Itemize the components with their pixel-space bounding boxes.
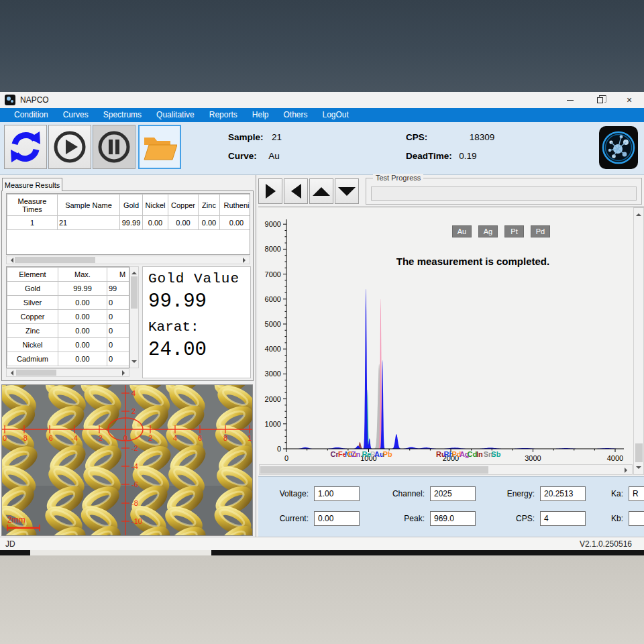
menu-item-logout[interactable]: LogOut [315, 108, 356, 122]
legend-button-pt[interactable]: Pt [504, 225, 524, 237]
brand-logo [599, 126, 638, 169]
table-row[interactable]: 12199.990.000.000.000.00 [7, 216, 251, 230]
left-triangle-icon [291, 184, 301, 199]
results-col-header[interactable]: Copper [168, 195, 199, 216]
karat-number: 24.00 [148, 339, 248, 361]
element-cell: 0 [107, 352, 130, 366]
field-label-current: Current: [262, 514, 309, 523]
crosshair-h-label: 2 [148, 434, 152, 442]
menu-item-curves[interactable]: Curves [56, 108, 96, 122]
spectrum-chart: 0100020003000400050006000700080009000010… [258, 207, 644, 475]
field-input-current[interactable]: 0.00 [314, 511, 360, 526]
results-col-header[interactable]: Sample Name [58, 195, 120, 216]
legend-button-pd[interactable]: Pd [531, 225, 550, 237]
table-row[interactable]: Nickel0.000 [7, 338, 130, 352]
element-col-header[interactable]: Max. [58, 268, 107, 282]
gold-value-number: 99.99 [148, 290, 248, 313]
nav-down-button[interactable] [335, 178, 359, 204]
taskbar-edge [0, 550, 644, 555]
series-Pt-band [286, 364, 633, 449]
element-cell: 0 [107, 296, 130, 310]
element-header-row: ElementMax.M [7, 268, 130, 282]
folder-open-icon [142, 132, 177, 162]
field-input-channel[interactable]: 2025 [430, 486, 476, 501]
y-tick-label: 8000 [265, 245, 281, 253]
field-input-peak[interactable]: 969.0 [430, 511, 476, 526]
element-col-header[interactable]: M [107, 268, 130, 282]
restore-icon[interactable] [588, 92, 612, 108]
element-hscrollbar[interactable] [6, 368, 129, 377]
element-col-header[interactable]: Element [7, 268, 58, 282]
field-input-voltage[interactable]: 1.00 [314, 486, 360, 501]
legend-button-ag[interactable]: Ag [478, 225, 498, 237]
crosshair-v-label: -8 [131, 499, 138, 507]
chart-vscrollbar[interactable] [633, 207, 644, 475]
status-bar: JD V2.1.0.250516 [0, 537, 644, 550]
element-cell: 0.00 [58, 310, 107, 324]
refresh-button[interactable] [4, 125, 47, 169]
legend-button-au[interactable]: Au [452, 225, 472, 237]
element-cell: Nickel [7, 338, 58, 352]
table-row[interactable]: Silver0.000 [7, 296, 130, 310]
refresh-icon [8, 129, 43, 164]
menu-item-qualitative[interactable]: Qualitative [149, 108, 202, 122]
crosshair-v-label: -4 [131, 462, 138, 470]
results-col-header[interactable]: Zinc [199, 195, 220, 216]
element-cell: Zinc [7, 324, 58, 338]
table-row[interactable]: Cadmium0.000 [7, 352, 130, 366]
table-row[interactable]: Gold99.9999 [7, 282, 130, 296]
results-col-header[interactable]: Measure Times [7, 195, 58, 216]
menu-item-spectrums[interactable]: Spectrums [96, 108, 149, 122]
close-icon[interactable]: × [617, 92, 641, 108]
x-tick-label: 0 [284, 454, 288, 462]
toolbar: Sample: 21 Curve: Au CPS: 18309 DeadTime… [0, 122, 644, 175]
menu-item-condition[interactable]: Condition [7, 108, 56, 122]
nav-left-button[interactable] [284, 178, 308, 204]
gold-value-panel: Gold Value 99.99 Karat: 24.00 [142, 266, 251, 378]
menu-item-help[interactable]: Help [245, 108, 276, 122]
results-col-header[interactable]: Rutheni [220, 195, 251, 216]
menu-item-reports[interactable]: Reports [202, 108, 245, 122]
element-cell: 99.99 [58, 282, 107, 296]
open-folder-button[interactable] [138, 125, 181, 169]
element-marker-in: In [476, 450, 483, 458]
crosshair-h-label: 4 [173, 434, 177, 442]
test-progress-label: Test Progress [373, 174, 423, 182]
pause-button[interactable] [93, 125, 136, 169]
element-cell: 0 [107, 338, 130, 352]
tab-measure-results[interactable]: Measure Results [2, 178, 62, 191]
status-user: JD [5, 539, 15, 549]
title-bar: NAPCO × [0, 92, 644, 108]
element-marker-cd: Cd [468, 450, 478, 458]
cps-value: 18309 [470, 132, 495, 142]
play-button[interactable] [48, 125, 91, 169]
series-pink-peak [286, 299, 633, 449]
nav-up-button[interactable] [309, 178, 333, 204]
element-cell: 0.00 [58, 352, 107, 366]
cps-label: CPS: [406, 132, 427, 142]
results-hscrollbar[interactable] [6, 256, 250, 264]
nav-right-button[interactable] [258, 178, 282, 204]
crosshair-h-label: 1 [248, 434, 252, 442]
deadtime-label: DeadTime: [406, 151, 452, 161]
menu-item-others[interactable]: Others [276, 108, 315, 122]
field-input-ka[interactable]: R [629, 486, 644, 501]
element-vscrollbar[interactable] [129, 266, 139, 368]
crosshair-v-label: -10 [131, 517, 142, 525]
table-row[interactable]: Copper0.000 [7, 310, 130, 324]
field-label-voltage: Voltage: [262, 489, 309, 498]
element-cell: 99 [107, 282, 130, 296]
crosshair-h-label: -2 [96, 434, 103, 442]
field-input-kb[interactable] [629, 511, 644, 526]
minimize-icon[interactable] [558, 92, 582, 108]
chart-hscrollbar[interactable] [259, 464, 633, 475]
results-col-header[interactable]: Gold [120, 195, 143, 216]
crosshair-h-label: 8 [223, 434, 227, 442]
crosshair-h-label: -6 [46, 434, 53, 442]
molecule-icon [599, 126, 638, 169]
app-icon [5, 95, 15, 105]
element-cell: Copper [7, 310, 58, 324]
results-col-header[interactable]: Nickel [143, 195, 168, 216]
table-row[interactable]: Zinc0.000 [7, 324, 130, 338]
curve-block: Curve: Au [228, 150, 280, 162]
